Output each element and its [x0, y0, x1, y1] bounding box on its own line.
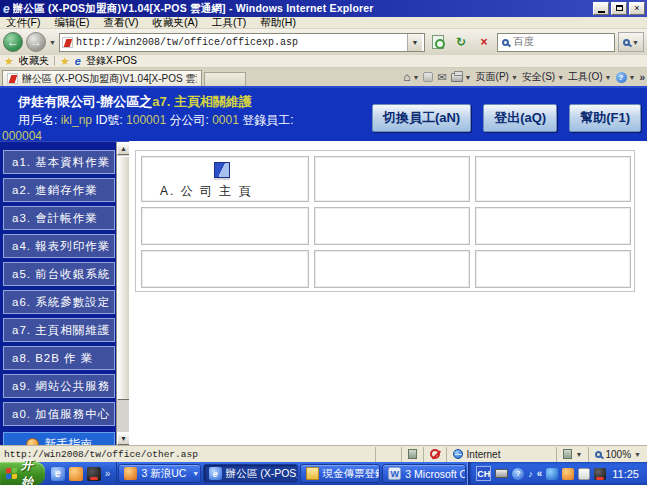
page-dropdown-icon: ▼: [511, 74, 518, 81]
menu-view[interactable]: 查看(V): [103, 16, 138, 30]
search-dropdown-icon: ▼: [632, 39, 639, 46]
back-button[interactable]: ←: [3, 32, 23, 52]
status-bar: http://win2008/tw/office/other.asp Inter…: [0, 445, 647, 462]
sidebar-item-a9[interactable]: a9. 網站公共服務: [3, 374, 115, 398]
safety-menu[interactable]: 安全(S) ▼: [522, 70, 564, 84]
sidebar-item-guide[interactable]: 新手指南: [3, 432, 115, 445]
search-go-button[interactable]: ▼: [618, 32, 644, 52]
grid-cell-empty: [314, 156, 470, 202]
favorites-button[interactable]: 收藏夹: [19, 54, 49, 68]
grid-cell-empty: [141, 250, 309, 288]
system-tray: CH ? ♪ « 11:25: [467, 462, 647, 485]
divider: [54, 56, 55, 66]
menu-file[interactable]: 文件(F): [6, 16, 40, 30]
zone-label: Internet: [467, 449, 501, 460]
read-mail-icon[interactable]: ✉: [437, 71, 446, 84]
tray-icon-qq[interactable]: [594, 468, 606, 480]
help-dropdown-icon: ▼: [629, 74, 636, 81]
home-button[interactable]: ⌂ ▼: [403, 70, 419, 84]
sidebar-item-a8[interactable]: a8. B2B 作 業: [3, 346, 115, 370]
taskbar: 开始 e » 3 新浪UC ▼ e 辦公區 (X-POS加盟... 現金傳票登錄…: [0, 462, 647, 485]
feeds-icon[interactable]: [423, 72, 433, 82]
compatibility-view-button[interactable]: [428, 32, 448, 52]
menu-tools[interactable]: 工具(T): [212, 16, 246, 30]
restore-button[interactable]: [611, 2, 627, 15]
task-office-ie[interactable]: e 辦公區 (X-POS加盟...: [203, 464, 298, 483]
tray-volume-icon[interactable]: ♪: [528, 469, 533, 479]
sidebar-item-a5[interactable]: a5. 前台收銀系統: [3, 262, 115, 286]
search-input[interactable]: 百度: [497, 33, 615, 52]
refresh-button[interactable]: ↻: [451, 32, 471, 52]
command-overflow-icon[interactable]: »: [639, 72, 645, 83]
quick-uc-icon[interactable]: [69, 467, 83, 481]
sidebar-item-a0[interactable]: a0. 加值服務中心: [3, 402, 115, 426]
quick-launch: e »: [45, 462, 118, 485]
address-dropdown-icon[interactable]: ▼: [407, 34, 422, 51]
tools-dropdown-icon: ▼: [605, 74, 612, 81]
address-bar[interactable]: http://win2008/tw/office/officexp.asp ▼: [59, 33, 425, 52]
menu-favorites[interactable]: 收藏夹(A): [152, 16, 198, 30]
task-cash-voucher[interactable]: 現金傳票登錄: [300, 464, 381, 483]
page-header: 伊娃有限公司-辦公區之a7. 主頁相關維護 用戶名: ikl_np ID號: 1…: [0, 86, 647, 141]
quick-qq-icon[interactable]: [87, 467, 101, 481]
search-go-icon: [623, 39, 630, 46]
sidebar-scrollbar[interactable]: ▲ ▼: [116, 142, 129, 445]
tray-help-icon[interactable]: ?: [512, 468, 524, 480]
scrollbar-thumb[interactable]: [117, 156, 129, 400]
tray-icon-document[interactable]: [578, 468, 590, 480]
tools-menu[interactable]: 工具(O) ▼: [568, 70, 611, 84]
task-sina-uc[interactable]: 3 新浪UC ▼: [118, 464, 200, 483]
grid-cell-company-home[interactable]: A. 公 司 主 頁: [141, 156, 309, 202]
quick-launch-overflow-icon[interactable]: »: [105, 468, 111, 479]
sidebar-item-a6[interactable]: a6. 系統參數設定: [3, 290, 115, 314]
new-tab-button[interactable]: [204, 72, 246, 86]
logout-button[interactable]: 登出(aQ): [483, 104, 557, 132]
close-button[interactable]: ×: [629, 2, 645, 15]
minimize-button[interactable]: [593, 2, 609, 15]
status-panel-blocked: [423, 447, 446, 462]
user-info-line: 用戶名: ikl_np ID號: 100001 分公司: 0001 登錄員工:: [18, 112, 294, 129]
forward-button[interactable]: →: [26, 32, 46, 52]
tab-bar: 辦公區 (X-POS加盟商)V1.04[X-POS 雲通網] ⌂ ▼ ✉ ▼ 页…: [0, 68, 647, 86]
security-report-button[interactable]: ▼: [556, 447, 589, 462]
print-button[interactable]: ▼: [451, 73, 472, 82]
menu-bar: 文件(F) 编辑(E) 查看(V) 收藏夹(A) 工具(T) 帮助(H): [0, 17, 647, 29]
help-icon: ?: [616, 72, 627, 83]
stop-button[interactable]: ×: [474, 32, 494, 52]
zoom-dropdown-icon: ▼: [634, 451, 641, 458]
tray-printer-icon[interactable]: [495, 469, 508, 478]
switch-employee-button[interactable]: 切換員工(aN): [372, 104, 471, 132]
ie-logo-icon: e: [3, 2, 10, 16]
start-button[interactable]: 开始: [0, 462, 45, 485]
scroll-down-icon[interactable]: ▼: [117, 432, 129, 445]
sidebar-item-a3[interactable]: a3. 會計帳作業: [3, 206, 115, 230]
task-sina-uc-label: 3 新浪UC: [141, 467, 186, 481]
ime-indicator[interactable]: CH: [476, 466, 491, 481]
page-menu[interactable]: 页面(P) ▼: [476, 70, 518, 84]
tray-icon-messenger[interactable]: [546, 468, 558, 480]
task-microsoft-office[interactable]: W 3 Microsoft Off... ▼: [382, 464, 466, 483]
help-button[interactable]: 幫助(F1): [569, 104, 641, 132]
start-label: 开始: [21, 457, 39, 485]
sidebar-item-a4[interactable]: a4. 報表列印作業: [3, 234, 115, 258]
favorite-link[interactable]: 登錄X-POS: [86, 54, 137, 68]
sidebar-item-a7[interactable]: a7. 主頁相關維護: [3, 318, 115, 342]
zoom-control[interactable]: 100% ▼: [588, 447, 647, 462]
tab-active[interactable]: 辦公區 (X-POS加盟商)V1.04[X-POS 雲通網]: [2, 70, 202, 86]
menu-edit[interactable]: 编辑(E): [54, 16, 89, 30]
sidebar-item-a1[interactable]: a1. 基本資料作業: [3, 150, 115, 174]
address-url[interactable]: http://win2008/tw/office/officexp.asp: [76, 37, 404, 48]
id-value: 100001: [126, 113, 166, 127]
help-menu[interactable]: ? ▼: [616, 72, 636, 83]
main-content: A. 公 司 主 頁: [129, 141, 647, 445]
sidebar-item-a2[interactable]: a2. 進銷存作業: [3, 178, 115, 202]
quick-ie-icon[interactable]: e: [51, 467, 65, 481]
menu-help[interactable]: 帮助(H): [260, 16, 296, 30]
internet-zone-icon: [453, 449, 463, 459]
tray-icon-uc[interactable]: [562, 468, 574, 480]
tray-collapse-icon[interactable]: «: [537, 468, 543, 479]
add-favorite-icon[interactable]: ★: [60, 56, 70, 66]
history-dropdown-icon[interactable]: ▼: [49, 39, 56, 46]
home-icon: ⌂: [403, 70, 410, 84]
scroll-up-icon[interactable]: ▲: [117, 142, 129, 155]
